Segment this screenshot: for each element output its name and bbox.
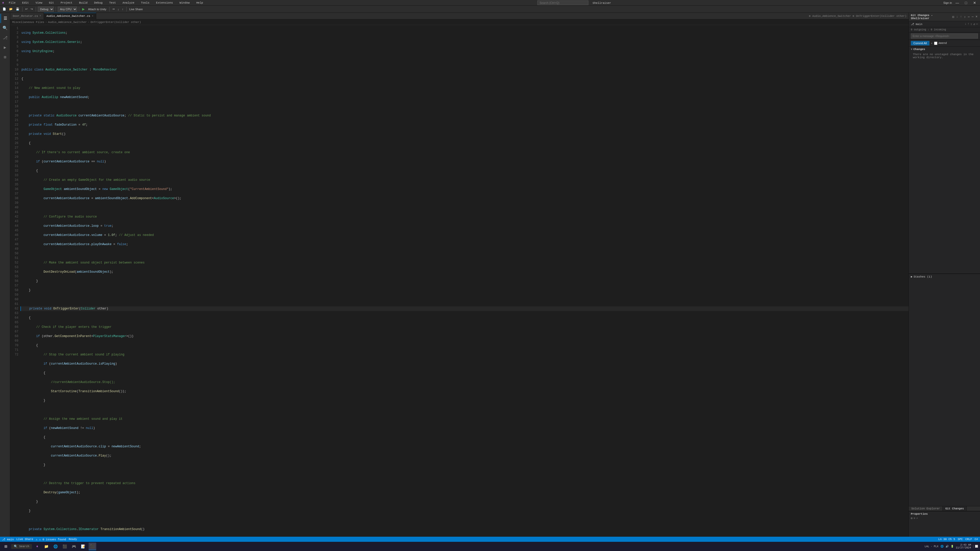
step-over-button[interactable]: ⇒: [111, 7, 116, 11]
properties-icons: ⊞ ≡ ⚡: [911, 516, 978, 520]
chevron-right-icon: ▶: [911, 275, 913, 278]
maximize-button[interactable]: □: [963, 1, 969, 5]
attach-to-unity-button[interactable]: Attach to Unity: [87, 7, 107, 11]
branch-sync-btn[interactable]: ↺: [974, 22, 975, 26]
menu-file[interactable]: File: [6, 1, 18, 5]
debug-mode-dropdown[interactable]: Debug: [38, 6, 54, 12]
system-tray-network[interactable]: 🌐: [940, 545, 943, 548]
code-area[interactable]: 12345 678910 1112131415 1617181920 21222…: [10, 25, 908, 537]
open-button[interactable]: 📂: [8, 7, 14, 11]
properties-icon-2[interactable]: ≡: [914, 517, 915, 520]
minimize-button[interactable]: —: [954, 1, 961, 5]
git-stash-header[interactable]: ▶ Stashes (1): [909, 274, 980, 279]
show-desktop-button[interactable]: ⬜: [973, 545, 978, 548]
tab-door-rotator[interactable]: Door_Rotator.cs ×: [10, 13, 44, 19]
start-button[interactable]: ⊞: [2, 543, 10, 550]
branch-push-btn[interactable]: ⇧: [970, 22, 972, 26]
menu-project[interactable]: Project: [59, 1, 74, 5]
menu-debug[interactable]: Debug: [92, 1, 105, 5]
git-filter-icon[interactable]: ⊟: [952, 14, 955, 19]
tab-audio-ambience[interactable]: Audio_Ambience_Switcher.cs ×: [44, 13, 96, 19]
status-spaces[interactable]: SPC: [958, 538, 963, 541]
play-button[interactable]: ▶: [81, 6, 86, 11]
menu-extensions[interactable]: Extensions: [154, 1, 175, 5]
taskbar-unity[interactable]: 🎮: [70, 543, 78, 550]
git-close-icon[interactable]: ×: [975, 14, 978, 19]
taskbar-terminal[interactable]: ⬛: [61, 543, 69, 550]
status-position[interactable]: Ln 30 Ch 5: [939, 538, 955, 541]
title-bar-right: Sign in — □ ✕: [943, 1, 978, 5]
menu-tools[interactable]: Tools: [139, 1, 151, 5]
commit-dropdown-arrow[interactable]: ▾: [931, 41, 933, 45]
taskbar-chrome[interactable]: 🌐: [52, 543, 59, 550]
taskbar-notepad[interactable]: 📝: [80, 543, 87, 550]
menu-test[interactable]: Test: [107, 1, 118, 5]
git-push-icon[interactable]: ⇧: [963, 14, 966, 19]
save-button[interactable]: 💾: [15, 7, 21, 11]
git-changes-header[interactable]: ▼ Changes: [909, 47, 980, 52]
amend-label[interactable]: Amend: [934, 41, 947, 45]
new-project-button[interactable]: 📄: [2, 7, 7, 11]
taskbar-vs[interactable]: ♦: [33, 543, 41, 550]
activity-run[interactable]: ▶: [0, 43, 10, 52]
amend-checkbox[interactable]: [934, 41, 937, 45]
live-share-button[interactable]: Live Share: [129, 7, 144, 11]
system-tray-volume[interactable]: 🔊: [945, 545, 948, 548]
breadcrumb-class[interactable]: Audio_Ambience_Switcher: [48, 21, 87, 24]
taskbar-explorer[interactable]: 📁: [43, 543, 50, 550]
breadcrumb-method[interactable]: OnTriggerEnter(Collider other): [91, 21, 141, 24]
global-search-input[interactable]: [537, 0, 589, 5]
git-pull-icon[interactable]: ↑: [959, 14, 963, 19]
git-fetch-icon[interactable]: ↓: [956, 14, 959, 19]
taskbar-search[interactable]: 🔍 Search: [11, 544, 32, 549]
undo-button[interactable]: ↩: [24, 7, 29, 11]
step-into-button[interactable]: ↓: [117, 7, 120, 11]
status-language[interactable]: C#: [975, 538, 978, 541]
step-out-button[interactable]: ↑: [121, 7, 124, 11]
branch-name[interactable]: main: [916, 23, 963, 26]
activity-extensions[interactable]: ⊞: [0, 53, 10, 62]
git-commit-message-input[interactable]: [911, 33, 978, 38]
menu-view[interactable]: View: [33, 1, 44, 5]
cpu-mode-dropdown[interactable]: Any CPU: [58, 6, 77, 12]
redo-button[interactable]: ↪: [30, 7, 34, 11]
activity-explorer[interactable]: ☰: [0, 14, 10, 23]
bottom-panel-tabs: Solution Explorer Git Changes: [909, 506, 980, 511]
separator-3: [56, 7, 56, 11]
status-encoding[interactable]: CRLF: [965, 538, 972, 541]
branch-fetch-btn[interactable]: ↓: [965, 22, 966, 26]
status-no-issues[interactable]: ⚠ ⚠ 0 issues found: [36, 538, 66, 541]
tab-git-changes[interactable]: Git Changes: [943, 506, 967, 511]
menu-edit[interactable]: Edit: [20, 1, 31, 5]
activity-search[interactable]: 🔍: [0, 24, 10, 33]
menu-git[interactable]: Git: [47, 1, 56, 5]
properties-icon-3[interactable]: ⚡: [916, 516, 918, 520]
status-live-share[interactable]: Live Share: [16, 538, 33, 541]
code-content[interactable]: using System.Collections; using System.C…: [21, 25, 908, 537]
breadcrumb-files[interactable]: Miscellaneous Files: [12, 21, 44, 24]
menu-window[interactable]: Window: [177, 1, 192, 5]
branch-pull-btn[interactable]: ↑: [967, 22, 969, 26]
activity-source-control[interactable]: ⎇: [0, 33, 10, 42]
system-tray-battery[interactable]: 🔋: [951, 545, 954, 548]
taskbar-vs-active[interactable]: ⬛: [89, 543, 96, 550]
git-collapse-icon[interactable]: —: [971, 14, 974, 19]
tab-solution-explorer[interactable]: Solution Explorer: [909, 506, 943, 511]
changes-header-text: Changes: [913, 48, 925, 51]
git-more-icon[interactable]: ⋯: [967, 14, 970, 19]
close-tab-icon[interactable]: ×: [92, 15, 94, 18]
sign-in-button[interactable]: Sign in: [943, 1, 952, 4]
commit-all-button[interactable]: Commit All: [911, 41, 929, 45]
date-display: 11/27/2024: [956, 546, 971, 549]
git-branch-status[interactable]: ⎇ main: [2, 538, 14, 541]
menu-analyze[interactable]: Analyze: [121, 1, 136, 5]
menu-help[interactable]: Help: [194, 1, 205, 5]
branch-more-btn[interactable]: ⋯: [976, 22, 978, 26]
close-button[interactable]: ✕: [971, 1, 978, 5]
close-tab-icon[interactable]: ×: [40, 14, 41, 18]
clock[interactable]: 2:43 AM 11/27/2024: [956, 544, 971, 549]
git-panel-header: Git Changes - Shellraiser ⊟ ↓ ↑ ⇧ ⋯ — ×: [909, 13, 980, 21]
menu-build[interactable]: Build: [77, 1, 90, 5]
properties-icon-1[interactable]: ⊞: [911, 516, 913, 520]
separator-6: [126, 7, 127, 11]
